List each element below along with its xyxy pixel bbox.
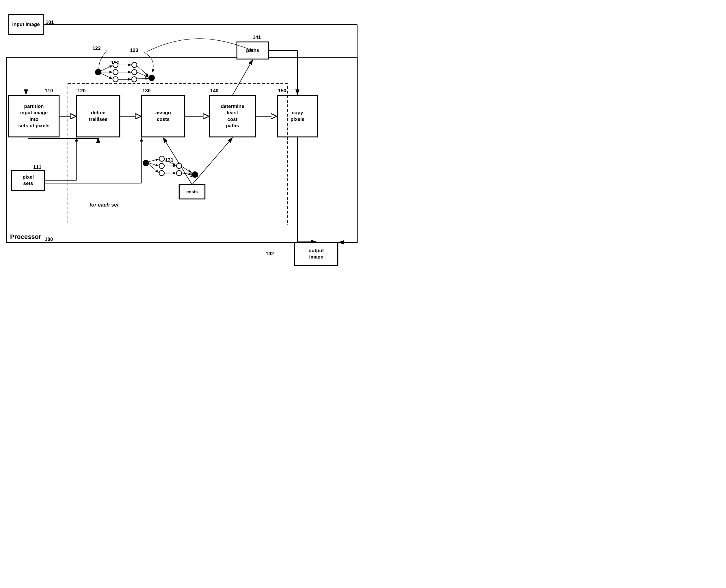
svg-point-41 [132,62,137,67]
label-123: 123 [130,48,138,54]
label-141: 141 [253,35,261,40]
for-each-set-label: for each set [89,202,119,208]
svg-point-42 [132,69,137,75]
label-110: 110 [45,88,53,94]
svg-point-58 [177,163,182,168]
determine-box: determineleastcostpaths [209,95,256,137]
diagram: input image outputimage partitioninput i… [0,0,363,294]
label-131: 131 [165,157,173,163]
svg-point-59 [177,170,182,176]
svg-line-52 [137,72,148,77]
label-130: 130 [142,88,150,94]
svg-line-53 [137,79,148,79]
pixel-sets-box: pixelsets [12,170,45,190]
svg-point-55 [159,156,164,161]
input-image-box: input image [9,15,43,35]
processor-label: Processor [10,233,41,240]
label-140: 140 [210,88,218,94]
svg-rect-3 [6,58,357,243]
label-111: 111 [33,165,41,170]
n100-label: 100 [45,236,53,243]
svg-line-63 [149,165,159,172]
top-trellis [89,56,165,91]
label-121: 121 [111,60,119,66]
label-150: 150 [278,88,286,94]
svg-line-32 [192,138,233,185]
svg-line-67 [182,166,191,172]
svg-line-61 [149,159,159,162]
define-trellises-box: definetrellises [77,95,120,137]
svg-point-43 [132,77,137,82]
svg-line-26 [233,60,253,95]
svg-point-39 [113,69,118,75]
svg-point-44 [148,75,155,81]
copy-pixels-box: copypixels [277,95,318,137]
label-122: 122 [93,46,101,51]
svg-point-54 [143,160,149,166]
label-120: 120 [77,88,85,94]
paths-box: paths [237,42,268,59]
svg-line-62 [149,163,159,166]
svg-point-56 [159,163,164,168]
label-102: 102 [266,251,274,257]
svg-line-51 [137,66,148,76]
assign-costs-box: assigncosts [141,95,185,137]
svg-point-57 [159,170,164,176]
label-101: 101 [46,20,54,25]
svg-line-45 [101,65,112,71]
output-image-box: outputimage [295,243,338,266]
svg-point-37 [95,69,101,75]
svg-point-40 [113,77,118,82]
label-132: 132 [190,172,198,178]
costs-box: costs [179,185,205,199]
partition-box: partitioninput imageintosets of pixels [9,95,59,137]
svg-line-47 [101,74,112,79]
